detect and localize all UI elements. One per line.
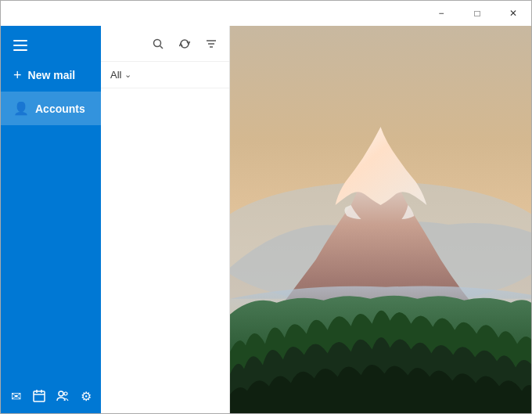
middle-panel: All ⌄ [101,26,230,413]
filter-bar[interactable]: All ⌄ [101,62,229,88]
hamburger-button[interactable] [1,32,101,59]
sidebar-bottom: ✉ ⚙ [1,379,101,413]
svg-point-5 [64,392,67,395]
svg-rect-0 [34,391,45,401]
search-button[interactable] [146,32,170,56]
filter-label: All [110,69,121,81]
accounts-label: Accounts [35,103,85,115]
new-mail-button[interactable]: + New mail [1,59,101,92]
plus-icon: + [13,68,22,82]
chevron-down-icon: ⌄ [124,70,131,80]
right-panel [230,26,531,413]
settings-icon[interactable]: ⚙ [75,385,97,407]
calendar-icon[interactable] [28,385,50,407]
mail-icon[interactable]: ✉ [5,385,27,407]
mountain-scene [230,26,531,413]
close-button[interactable]: ✕ [495,1,531,26]
people-icon[interactable] [52,385,74,407]
middle-toolbar [101,26,229,62]
svg-point-4 [59,391,63,396]
email-list [101,88,229,413]
new-mail-label: New mail [28,69,76,81]
hamburger-icon [13,40,27,51]
svg-point-6 [154,39,161,46]
sidebar: + New mail 👤 Accounts ✉ [1,26,101,413]
svg-line-7 [160,45,164,49]
maximize-button[interactable]: □ [459,1,495,26]
filter-button[interactable] [200,32,223,56]
person-icon: 👤 [13,101,29,116]
accounts-button[interactable]: 👤 Accounts [1,92,101,125]
app-body: + New mail 👤 Accounts ✉ [1,26,531,413]
titlebar: − □ ✕ [1,1,531,26]
sync-button[interactable] [173,32,196,56]
minimize-button[interactable]: − [423,1,459,26]
